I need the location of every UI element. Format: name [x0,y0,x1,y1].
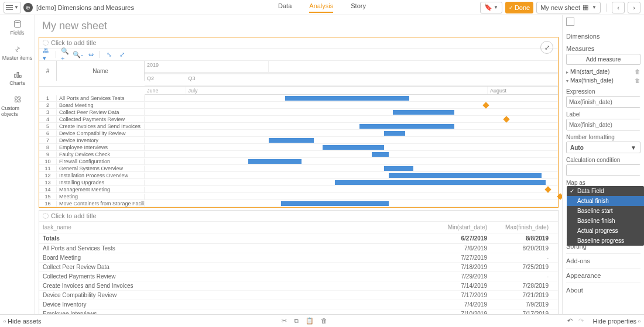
gantt-row[interactable]: 5Create Invoices and Send Invoices [39,123,558,130]
gantt-bar[interactable] [372,152,388,157]
gantt-row[interactable]: 2Board Meeting [39,102,558,109]
dd-actual-progress[interactable]: Actual progress [567,226,644,236]
cut-icon[interactable]: ✂ [282,317,287,325]
expression-input[interactable] [567,97,644,107]
gantt-bar[interactable] [335,180,546,185]
gantt-row[interactable]: 7Device Inventory [39,137,558,144]
dd-baseline-finish[interactable]: Baseline finish [567,216,644,226]
milestone-icon[interactable] [503,116,510,122]
gantt-bar[interactable] [323,145,385,150]
table-row[interactable]: Collected Payments Review7/29/2019- [39,272,558,281]
table-col-max[interactable]: Max(finish_date) [493,224,554,230]
assets-custom[interactable]: Custom objects [0,91,35,122]
assets-master[interactable]: Master items [0,40,35,66]
table-row[interactable]: Create Invoices and Send Invoices7/14/20… [39,281,558,291]
gantt-row[interactable]: 13Installing Upgrades [39,179,558,186]
fullscreen-button[interactable]: ⤢ [540,41,553,54]
appearance-section[interactable]: Appearance [566,268,640,283]
sheet-title[interactable]: My new sheet [35,15,562,37]
dd-actual-finish[interactable]: Actual finish [567,196,644,206]
print-icon[interactable]: 🖶▾ [43,50,51,58]
assets-charts[interactable]: Charts [0,66,35,91]
numfmt-select[interactable]: Auto▼ [566,142,640,153]
table-row[interactable]: Board Meeting7/27/2019- [39,253,558,263]
hide-properties-toggle[interactable]: Hide properties ▫ [592,318,640,325]
label-input[interactable] [567,119,644,130]
calccond-input[interactable] [567,165,644,175]
done-button[interactable]: ✓Done [505,2,533,13]
addons-section[interactable]: Add-ons [566,253,640,268]
nav-data[interactable]: Data [278,2,292,13]
table-row[interactable]: Device Inventory7/4/20197/9/2019 [39,300,558,309]
gantt-bar[interactable] [389,173,542,178]
add-measure-button[interactable]: Add measure [566,54,640,65]
nav-story[interactable]: Story [351,2,366,13]
table-row[interactable]: Device Compatibility Review7/17/20197/21… [39,291,558,300]
assets-fields[interactable]: Fields [0,15,35,40]
bookmark-button[interactable]: 🔖 ▼ [480,2,502,13]
gantt-row[interactable]: 9Faulty Devices Check [39,151,558,158]
gantt-row[interactable]: 15Meeting [39,193,558,200]
gantt-row[interactable]: 12Installation Process Overview [39,172,558,179]
gantt-row[interactable]: 4Collected Payments Review [39,116,558,123]
milestone-icon[interactable] [482,102,489,108]
gantt-row[interactable]: 8Employee Interviews [39,144,558,151]
about-section[interactable]: About [566,283,640,297]
measure-max-finish[interactable]: ▾Max(finish_date)🗑 [566,76,640,85]
delete-icon[interactable]: 🗑 [635,68,640,75]
next-sheet-button[interactable]: › [628,2,640,13]
expand-icon[interactable]: ⤡ [105,50,113,58]
cell-name: Create Invoices and Send Invoices [43,283,431,289]
table-row[interactable]: Employee Interviews7/10/20197/17/2019 [39,309,558,314]
gantt-bar[interactable] [269,138,314,143]
prev-sheet-button[interactable]: ‹ [612,2,625,13]
gantt-row[interactable]: 14Management Meeting [39,186,558,193]
milestone-icon[interactable] [544,186,551,192]
delete-icon[interactable]: 🗑 [635,77,640,84]
table-col-min[interactable]: Min(start_date) [431,224,493,230]
gantt-bar[interactable] [248,159,302,164]
gantt-bar[interactable] [384,166,413,171]
gantt-bar[interactable] [384,131,405,136]
gantt-row[interactable]: 1All Ports and Services Tests [39,95,558,102]
collapse-icon[interactable]: ⤢ [118,50,126,58]
undo-icon[interactable]: ↶ [567,317,573,325]
gantt-row[interactable]: 10Firewall Configuration [39,158,558,165]
dd-baseline-start[interactable]: Baseline start [567,206,644,216]
gantt-row[interactable]: 6Device Compatibility Review [39,130,558,137]
gantt-visualization[interactable]: ⤢ Click to add title 🖶▾ 🔍+ 🔍- ⇔ ⤡ ⤢ # Na… [39,37,559,208]
table-row[interactable]: All Ports and Services Tests7/6/20198/20… [39,244,558,253]
gantt-row[interactable]: 16Move Containers from Storage Facility [39,200,558,207]
viz2-title-placeholder[interactable]: Click to add title [51,212,97,219]
gantt-row[interactable]: 11General Systems Overview [39,165,558,172]
paste-icon[interactable]: 📋 [306,317,314,325]
sheet-selector[interactable]: My new sheet ▦ ▼ [536,2,601,13]
milestone-icon[interactable] [557,193,562,199]
mapas-dropdown[interactable]: Data Field Actual finish Baseline start … [567,186,644,246]
gantt-row[interactable]: 3Collect Peer Review Data [39,109,558,116]
copy-icon[interactable]: ⧉ [294,317,299,325]
row-name: Collected Payments Review [57,116,145,122]
nav-analysis[interactable]: Analysis [309,2,333,13]
measures-section[interactable]: Measures [566,42,640,54]
dd-baseline-progress[interactable]: Baseline progress [567,236,644,246]
zoom-in-icon[interactable]: 🔍+ [61,50,69,58]
zoom-fit-icon[interactable]: ⇔ [87,50,95,58]
zoom-out-icon[interactable]: 🔍- [74,50,82,58]
delete-icon[interactable]: 🗑 [321,317,327,325]
global-menu[interactable]: ▼ [4,2,21,13]
gantt-bar[interactable] [281,201,389,206]
dd-data-field[interactable]: Data Field [567,186,644,196]
redo-icon[interactable]: ↷ [578,317,584,325]
hide-assets-toggle[interactable]: ▫ Hide assets [4,318,41,325]
gantt-bar[interactable] [393,110,455,115]
table-col-name[interactable]: task_name [43,224,431,230]
measure-min-start[interactable]: ▸Min(start_date)🗑 [566,67,640,76]
dimensions-section[interactable]: Dimensions [566,29,640,42]
gantt-bar[interactable] [359,124,454,129]
table-row[interactable]: Collect Peer Review Data7/18/20197/25/20… [39,263,558,272]
table-visualization[interactable]: Click to add title task_name Min(start_d… [39,210,559,314]
table-icon[interactable] [566,18,574,26]
gantt-bar[interactable] [285,96,409,101]
viz-title-placeholder[interactable]: Click to add title [51,39,97,46]
